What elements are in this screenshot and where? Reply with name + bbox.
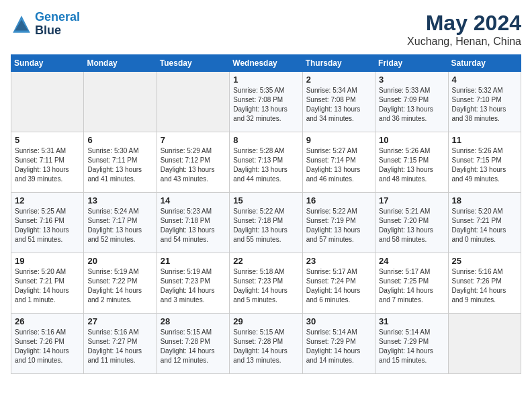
calendar-cell: 9Sunrise: 5:27 AM Sunset: 7:14 PM Daylig… [302, 132, 375, 193]
day-info: Sunrise: 5:30 AM Sunset: 7:11 PM Dayligh… [87, 146, 152, 184]
logo-text: General Blue [35, 11, 80, 38]
day-info: Sunrise: 5:14 AM Sunset: 7:29 PM Dayligh… [306, 328, 371, 365]
calendar-cell: 22Sunrise: 5:18 AM Sunset: 7:23 PM Dayli… [230, 253, 302, 314]
calendar-cell: 2Sunrise: 5:34 AM Sunset: 7:08 PM Daylig… [302, 72, 375, 132]
calendar-cell: 10Sunrise: 5:26 AM Sunset: 7:15 PM Dayli… [375, 132, 448, 193]
month-title: May 2024 [407, 11, 521, 36]
day-number: 2 [306, 75, 371, 85]
calendar-cell: 25Sunrise: 5:16 AM Sunset: 7:26 PM Dayli… [448, 253, 521, 314]
day-info: Sunrise: 5:22 AM Sunset: 7:18 PM Dayligh… [233, 207, 298, 244]
day-info: Sunrise: 5:34 AM Sunset: 7:08 PM Dayligh… [306, 86, 371, 124]
calendar-cell: 26Sunrise: 5:16 AM Sunset: 7:26 PM Dayli… [11, 314, 84, 374]
weekday-header: Thursday [302, 55, 375, 72]
day-number: 31 [379, 316, 444, 326]
day-info: Sunrise: 5:27 AM Sunset: 7:14 PM Dayligh… [306, 146, 371, 184]
calendar-cell: 30Sunrise: 5:14 AM Sunset: 7:29 PM Dayli… [302, 314, 375, 374]
day-info: Sunrise: 5:26 AM Sunset: 7:15 PM Dayligh… [379, 146, 444, 184]
day-number: 12 [15, 195, 80, 205]
calendar-cell: 21Sunrise: 5:19 AM Sunset: 7:23 PM Dayli… [157, 253, 229, 314]
day-number: 15 [233, 195, 298, 205]
day-info: Sunrise: 5:29 AM Sunset: 7:12 PM Dayligh… [161, 146, 226, 184]
day-info: Sunrise: 5:14 AM Sunset: 7:29 PM Dayligh… [379, 328, 444, 365]
day-info: Sunrise: 5:35 AM Sunset: 7:08 PM Dayligh… [233, 86, 298, 124]
weekday-header: Friday [375, 55, 448, 72]
calendar-cell [11, 72, 84, 132]
logo: General Blue [11, 11, 80, 38]
logo-icon [11, 13, 32, 35]
calendar-cell: 5Sunrise: 5:31 AM Sunset: 7:11 PM Daylig… [11, 132, 84, 193]
calendar-cell: 13Sunrise: 5:24 AM Sunset: 7:17 PM Dayli… [84, 193, 157, 253]
day-number: 1 [233, 75, 298, 85]
calendar-cell: 24Sunrise: 5:17 AM Sunset: 7:25 PM Dayli… [375, 253, 448, 314]
calendar-cell: 27Sunrise: 5:16 AM Sunset: 7:27 PM Dayli… [84, 314, 157, 374]
calendar-cell: 15Sunrise: 5:22 AM Sunset: 7:18 PM Dayli… [230, 193, 302, 253]
day-info: Sunrise: 5:16 AM Sunset: 7:27 PM Dayligh… [87, 328, 152, 365]
day-info: Sunrise: 5:32 AM Sunset: 7:10 PM Dayligh… [452, 86, 517, 124]
weekday-header: Saturday [448, 55, 521, 72]
day-number: 11 [452, 135, 517, 145]
day-number: 27 [87, 316, 152, 326]
calendar-cell [448, 314, 521, 374]
day-info: Sunrise: 5:24 AM Sunset: 7:17 PM Dayligh… [87, 207, 152, 244]
calendar-cell: 3Sunrise: 5:33 AM Sunset: 7:09 PM Daylig… [375, 72, 448, 132]
day-number: 3 [379, 75, 444, 85]
calendar-cell: 7Sunrise: 5:29 AM Sunset: 7:12 PM Daylig… [157, 132, 229, 193]
day-number: 24 [379, 256, 444, 266]
day-number: 7 [161, 135, 226, 145]
page-header: General Blue May 2024 Xuchang, Henan, Ch… [11, 11, 521, 48]
day-info: Sunrise: 5:16 AM Sunset: 7:26 PM Dayligh… [452, 267, 517, 305]
calendar-cell: 4Sunrise: 5:32 AM Sunset: 7:10 PM Daylig… [448, 72, 521, 132]
weekday-header: Tuesday [157, 55, 229, 72]
day-info: Sunrise: 5:33 AM Sunset: 7:09 PM Dayligh… [379, 86, 444, 124]
calendar-cell: 1Sunrise: 5:35 AM Sunset: 7:08 PM Daylig… [230, 72, 302, 132]
day-info: Sunrise: 5:19 AM Sunset: 7:23 PM Dayligh… [161, 267, 226, 305]
title-block: May 2024 Xuchang, Henan, China [407, 11, 521, 48]
day-number: 6 [87, 135, 152, 145]
day-number: 14 [161, 195, 226, 205]
day-info: Sunrise: 5:16 AM Sunset: 7:26 PM Dayligh… [15, 328, 80, 365]
calendar-cell: 11Sunrise: 5:26 AM Sunset: 7:15 PM Dayli… [448, 132, 521, 193]
day-info: Sunrise: 5:17 AM Sunset: 7:24 PM Dayligh… [306, 267, 371, 305]
day-info: Sunrise: 5:17 AM Sunset: 7:25 PM Dayligh… [379, 267, 444, 305]
weekday-header: Wednesday [230, 55, 302, 72]
day-number: 5 [15, 135, 80, 145]
day-number: 21 [161, 256, 226, 266]
calendar-cell: 12Sunrise: 5:25 AM Sunset: 7:16 PM Dayli… [11, 193, 84, 253]
day-number: 10 [379, 135, 444, 145]
day-info: Sunrise: 5:20 AM Sunset: 7:21 PM Dayligh… [452, 207, 517, 244]
day-number: 22 [233, 256, 298, 266]
calendar-cell [84, 72, 157, 132]
day-info: Sunrise: 5:21 AM Sunset: 7:20 PM Dayligh… [379, 207, 444, 244]
day-info: Sunrise: 5:26 AM Sunset: 7:15 PM Dayligh… [452, 146, 517, 184]
day-info: Sunrise: 5:19 AM Sunset: 7:22 PM Dayligh… [87, 267, 152, 305]
day-number: 25 [452, 256, 517, 266]
day-info: Sunrise: 5:28 AM Sunset: 7:13 PM Dayligh… [233, 146, 298, 184]
day-number: 9 [306, 135, 371, 145]
calendar-cell: 23Sunrise: 5:17 AM Sunset: 7:24 PM Dayli… [302, 253, 375, 314]
day-number: 20 [87, 256, 152, 266]
calendar-cell: 8Sunrise: 5:28 AM Sunset: 7:13 PM Daylig… [230, 132, 302, 193]
day-info: Sunrise: 5:15 AM Sunset: 7:28 PM Dayligh… [233, 328, 298, 365]
calendar-cell: 17Sunrise: 5:21 AM Sunset: 7:20 PM Dayli… [375, 193, 448, 253]
calendar-cell [157, 72, 229, 132]
calendar-cell: 29Sunrise: 5:15 AM Sunset: 7:28 PM Dayli… [230, 314, 302, 374]
calendar-cell: 16Sunrise: 5:22 AM Sunset: 7:19 PM Dayli… [302, 193, 375, 253]
day-info: Sunrise: 5:20 AM Sunset: 7:21 PM Dayligh… [15, 267, 80, 305]
day-info: Sunrise: 5:18 AM Sunset: 7:23 PM Dayligh… [233, 267, 298, 305]
weekday-header: Sunday [11, 55, 84, 72]
day-number: 30 [306, 316, 371, 326]
calendar-cell: 18Sunrise: 5:20 AM Sunset: 7:21 PM Dayli… [448, 193, 521, 253]
weekday-header: Monday [84, 55, 157, 72]
day-number: 16 [306, 195, 371, 205]
day-number: 23 [306, 256, 371, 266]
day-info: Sunrise: 5:25 AM Sunset: 7:16 PM Dayligh… [15, 207, 80, 244]
day-number: 8 [233, 135, 298, 145]
calendar-cell: 28Sunrise: 5:15 AM Sunset: 7:28 PM Dayli… [157, 314, 229, 374]
calendar-cell: 14Sunrise: 5:23 AM Sunset: 7:18 PM Dayli… [157, 193, 229, 253]
day-number: 19 [15, 256, 80, 266]
day-number: 13 [87, 195, 152, 205]
calendar-table: SundayMondayTuesdayWednesdayThursdayFrid… [11, 54, 521, 374]
location: Xuchang, Henan, China [407, 36, 521, 48]
day-number: 18 [452, 195, 517, 205]
calendar-cell: 20Sunrise: 5:19 AM Sunset: 7:22 PM Dayli… [84, 253, 157, 314]
